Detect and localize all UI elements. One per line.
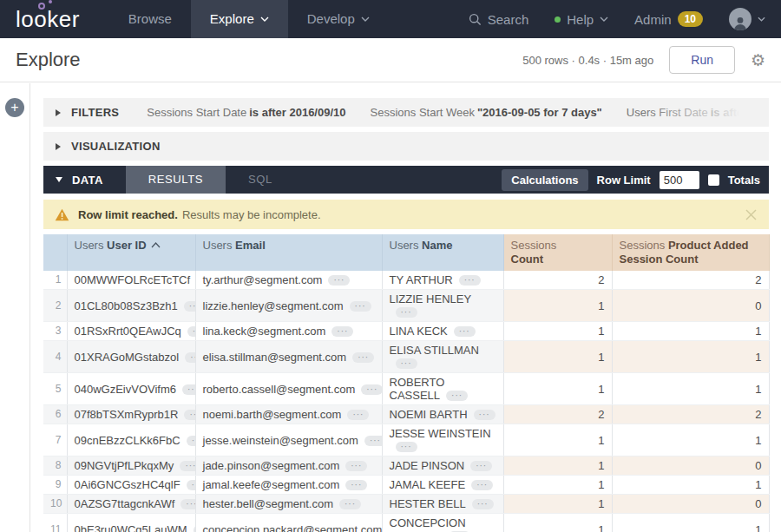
cell-value[interactable]: HESTER BELL: [390, 497, 466, 510]
ellipsis-icon[interactable]: ···: [339, 499, 361, 509]
cell-value[interactable]: 01RSxRrt0QEAwJCq: [75, 325, 181, 338]
cell-name[interactable]: HESTER BELL···: [382, 495, 503, 514]
cell-user-id[interactable]: 01RSxRrt0QEAwJCq···: [67, 322, 195, 341]
cell-value[interactable]: elisa.stillman@segment.com: [203, 351, 347, 364]
cell-product-added-session-count[interactable]: 2: [612, 271, 769, 290]
cell-sessions-count[interactable]: 1: [503, 476, 612, 495]
cell-product-added-session-count[interactable]: 1: [612, 514, 769, 532]
cell-email[interactable]: jamal.keefe@segment.com···: [195, 476, 382, 495]
cell-value[interactable]: hester.bell@segment.com: [203, 497, 334, 510]
cell-value[interactable]: roberto.cassell@segment.com: [203, 383, 356, 396]
column-header-users-email[interactable]: Users Email: [195, 234, 382, 271]
cell-value[interactable]: 09cnEBzzCLKk6FbC: [75, 434, 180, 447]
cell-value[interactable]: 0Ai6GNCGszHC4qlF: [75, 478, 180, 491]
cell-user-id[interactable]: 0AZSG7ttagcnkAWf···: [67, 495, 195, 514]
cell-product-added-session-count[interactable]: 1: [612, 341, 769, 373]
calculations-button[interactable]: Calculations: [502, 169, 587, 191]
cell-value[interactable]: ELISA STILLMAN: [390, 344, 479, 357]
cell-email[interactable]: hester.bell@segment.com···: [195, 495, 382, 514]
cell-sessions-count[interactable]: 1: [503, 341, 612, 373]
cell-name[interactable]: JAMAL KEEFE···: [382, 476, 503, 495]
cell-product-added-session-count[interactable]: 0: [612, 495, 769, 514]
cell-name[interactable]: LINA KECK···: [382, 322, 503, 341]
ellipsis-icon[interactable]: ···: [187, 436, 195, 446]
cell-sessions-count[interactable]: 1: [503, 424, 612, 456]
totals-checkbox[interactable]: [708, 174, 719, 186]
cell-sessions-count[interactable]: 2: [503, 271, 612, 290]
help-menu[interactable]: Help: [555, 12, 608, 27]
ellipsis-icon[interactable]: ···: [470, 461, 492, 471]
ellipsis-icon[interactable]: ···: [187, 480, 195, 490]
cell-name[interactable]: NOEMI BARTH···: [382, 405, 503, 424]
ellipsis-icon[interactable]: ···: [446, 391, 468, 401]
column-header-users-name[interactable]: Users Name: [382, 234, 503, 271]
filter-item[interactable]: Sessions Start Week"2016-09-05 for 7 day…: [371, 106, 602, 119]
cell-name[interactable]: ROBERTO CASSELL···: [382, 373, 503, 405]
filters-section-bar[interactable]: FILTERS Sessions Start Dateis after 2016…: [43, 98, 769, 127]
cell-value[interactable]: 01CL80b08Sz3Bzh1: [75, 299, 178, 312]
cell-sessions-count[interactable]: 1: [503, 514, 612, 532]
cell-email[interactable]: lina.keck@segment.com···: [195, 322, 382, 341]
cell-name[interactable]: CONCEPCION PACKARD···: [382, 514, 503, 532]
cell-name[interactable]: LIZZIE HENLEY···: [382, 290, 503, 322]
ellipsis-icon[interactable]: ···: [180, 461, 195, 471]
cell-sessions-count[interactable]: 1: [503, 290, 612, 322]
cell-product-added-session-count[interactable]: 1: [612, 476, 769, 495]
ellipsis-icon[interactable]: ···: [352, 352, 374, 363]
cell-product-added-session-count[interactable]: 1: [612, 373, 769, 405]
cell-value[interactable]: jamal.keefe@segment.com: [203, 478, 340, 491]
filter-item[interactable]: Sessions Start Dateis after 2016/09/10: [147, 106, 345, 119]
run-button[interactable]: Run: [669, 46, 735, 74]
user-menu[interactable]: [729, 8, 765, 30]
cell-email[interactable]: jade.pinson@segment.com···: [195, 456, 382, 476]
cell-value[interactable]: 01XRAGoMGstabzol: [75, 351, 180, 364]
ellipsis-icon[interactable]: ···: [361, 384, 382, 395]
cell-email[interactable]: jesse.weinstein@segment.com···: [195, 424, 382, 456]
ellipsis-icon[interactable]: ···: [396, 442, 417, 452]
ellipsis-icon[interactable]: ···: [328, 275, 350, 286]
gear-icon[interactable]: ⚙: [751, 50, 765, 69]
cell-product-added-session-count[interactable]: 0: [612, 456, 769, 476]
ellipsis-icon[interactable]: ···: [345, 461, 367, 471]
cell-value[interactable]: noemi.barth@segment.com: [203, 408, 342, 421]
nav-item-explore[interactable]: Explore: [191, 0, 288, 38]
cell-value[interactable]: 040wGzEivVOVifm6: [75, 383, 177, 396]
cell-sessions-count[interactable]: 1: [503, 322, 612, 341]
column-header-sessions-product-added-session-count[interactable]: Sessions Product Added Session Count: [612, 234, 769, 271]
cell-sessions-count[interactable]: 1: [503, 495, 612, 514]
ellipsis-icon[interactable]: ···: [185, 352, 195, 363]
ellipsis-icon[interactable]: ···: [184, 410, 195, 420]
cell-email[interactable]: concepcion.packard@segment.com···: [195, 514, 382, 532]
cell-email[interactable]: roberto.cassell@segment.com···: [195, 373, 382, 405]
cell-user-id[interactable]: 0bE3ru0WCg5LauWM···: [67, 514, 195, 532]
cell-user-id[interactable]: 09cnEBzzCLKk6FbC···: [67, 424, 195, 456]
cell-value[interactable]: TY ARTHUR: [390, 273, 453, 286]
ellipsis-icon[interactable]: ···: [472, 499, 494, 509]
row-limit-input[interactable]: [660, 171, 699, 189]
cell-product-added-session-count[interactable]: 1: [612, 322, 769, 341]
ellipsis-icon[interactable]: ···: [347, 410, 369, 420]
close-icon[interactable]: [745, 208, 758, 221]
ellipsis-icon[interactable]: ···: [454, 326, 476, 337]
ellipsis-icon[interactable]: ···: [474, 410, 496, 420]
cell-name[interactable]: JADE PINSON···: [382, 456, 503, 476]
ellipsis-icon[interactable]: ···: [187, 326, 195, 337]
cell-user-id[interactable]: 01XRAGoMGstabzol···: [67, 341, 195, 373]
cell-value[interactable]: ty.arthur@segment.com: [203, 273, 323, 286]
cell-user-id[interactable]: 00MWWFOLRcETcTCf···: [67, 271, 195, 290]
nav-item-browse[interactable]: Browse: [109, 0, 191, 38]
cell-value[interactable]: lizzie.henley@segment.com: [203, 299, 344, 312]
cell-value[interactable]: jesse.weinstein@segment.com: [203, 434, 358, 447]
cell-value[interactable]: jade.pinson@segment.com: [203, 459, 340, 472]
cell-user-id[interactable]: 0Ai6GNCGszHC4qlF···: [67, 476, 195, 495]
cell-value[interactable]: 0AZSG7ttagcnkAWf: [75, 497, 175, 510]
cell-value[interactable]: 07f8bTSXmRyprb1R: [75, 408, 179, 421]
cell-email[interactable]: elisa.stillman@segment.com···: [195, 341, 382, 373]
cell-product-added-session-count[interactable]: 0: [612, 290, 769, 322]
cell-value[interactable]: JADE PINSON: [390, 459, 465, 472]
column-header-sessions-count[interactable]: Sessions Count: [503, 234, 612, 271]
ellipsis-icon[interactable]: ···: [331, 326, 353, 337]
cell-value[interactable]: LINA KECK: [390, 325, 448, 338]
cell-value[interactable]: JESSE WEINSTEIN: [390, 427, 491, 440]
cell-value[interactable]: lina.keck@segment.com: [203, 325, 326, 338]
